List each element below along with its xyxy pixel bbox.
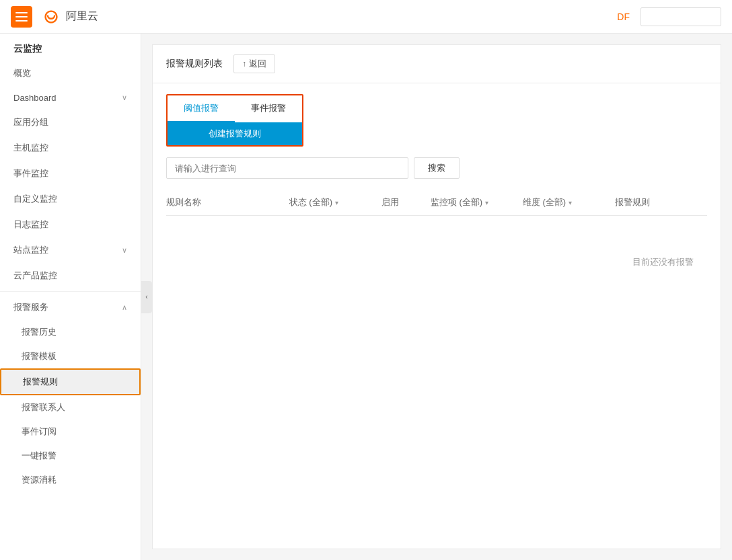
col-header-monitor: 监控项 (全部) ▾	[431, 196, 523, 208]
chevron-up-icon: ∧	[122, 303, 127, 312]
create-rule-button[interactable]: 创建报警规则	[168, 122, 302, 145]
sidebar-item-site-monitor[interactable]: 站点监控 ∨	[0, 237, 141, 263]
chevron-left-icon: ‹	[145, 293, 147, 301]
search-input[interactable]	[166, 157, 408, 179]
tab-threshold[interactable]: 阈值报警	[168, 95, 235, 122]
sidebar-sub-item-alert-history[interactable]: 报警历史	[0, 320, 141, 344]
menu-button[interactable]	[11, 6, 32, 28]
sidebar-sub-item-one-click-alert[interactable]: 一键报警	[0, 444, 141, 468]
sidebar-item-custom-monitor[interactable]: 自定义监控	[0, 186, 141, 212]
sidebar-sub-item-alert-rule[interactable]: 报警规则	[0, 368, 141, 395]
tab-create-group: 阈值报警 事件报警 创建报警规则	[166, 94, 303, 147]
tab-event[interactable]: 事件报警	[235, 95, 302, 122]
sidebar-sub-item-event-subscription[interactable]: 事件订阅	[0, 419, 141, 444]
logo-text: 阿里云	[66, 9, 98, 24]
header-right: DF	[617, 7, 721, 26]
chevron-down-icon: ∨	[122, 93, 127, 102]
tabs-create-area: 阈值报警 事件报警 创建报警规则	[153, 83, 721, 147]
sidebar-item-event-monitor[interactable]: 事件监控	[0, 161, 141, 186]
sidebar-sub-item-resource-consumption[interactable]: 资源消耗	[0, 468, 141, 492]
sidebar-divider	[0, 291, 141, 292]
layout: 云监控 概览 Dashboard ∨ 应用分组 主机监控 事件监控 自定义监控 …	[0, 34, 732, 560]
content-wrapper: 报警规则列表 ↑ 返回 阈值报警 事件报警 创建报警规则	[152, 44, 721, 549]
header: 阿里云 DF	[0, 0, 732, 34]
sidebar: 云监控 概览 Dashboard ∨ 应用分组 主机监控 事件监控 自定义监控 …	[0, 34, 141, 560]
col-header-status: 状态 (全部) ▾	[289, 196, 381, 208]
sidebar-item-log-monitor[interactable]: 日志监控	[0, 212, 141, 237]
sidebar-item-host-monitor[interactable]: 主机监控	[0, 135, 141, 161]
page-header: 报警规则列表 ↑ 返回	[153, 45, 721, 83]
sidebar-item-dashboard[interactable]: Dashboard ∨	[0, 86, 141, 110]
col-header-enabled: 启用	[381, 196, 431, 208]
table-header: 规则名称 状态 (全部) ▾ 启用 监控项 (全部) ▾ 维度 (全部) ▾ 报…	[166, 190, 707, 216]
main-content: 报警规则列表 ↑ 返回 阈值报警 事件报警 创建报警规则	[141, 34, 732, 560]
sidebar-item-overview[interactable]: 概览	[0, 61, 141, 86]
sidebar-sub-item-alert-contact[interactable]: 报警联系人	[0, 395, 141, 419]
status-dropdown-icon[interactable]: ▾	[335, 199, 338, 206]
arrow-up-icon: ↑	[242, 59, 246, 69]
sidebar-section-title: 云监控	[0, 34, 141, 61]
col-header-dimension: 维度 (全部) ▾	[523, 196, 615, 208]
col-header-name: 规则名称	[166, 196, 289, 208]
sidebar-item-app-group[interactable]: 应用分组	[0, 110, 141, 135]
header-search-input[interactable]	[640, 7, 721, 26]
table-area: 规则名称 状态 (全部) ▾ 启用 监控项 (全部) ▾ 维度 (全部) ▾ 报…	[153, 190, 721, 309]
search-button[interactable]: 搜索	[414, 157, 460, 179]
col-header-rule: 报警规则	[615, 196, 707, 208]
svg-rect-0	[40, 6, 62, 28]
back-button[interactable]: ↑ 返回	[233, 54, 275, 73]
sidebar-collapse-handle[interactable]: ‹	[141, 281, 152, 313]
sidebar-sub-item-alert-template[interactable]: 报警模板	[0, 344, 141, 368]
chevron-down-icon: ∨	[122, 246, 127, 255]
user-initial[interactable]: DF	[617, 11, 630, 22]
search-area: 搜索	[153, 147, 721, 190]
tabs-row: 阈值报警 事件报警	[168, 95, 302, 122]
page-title: 报警规则列表	[166, 58, 223, 70]
sidebar-item-alert-service[interactable]: 报警服务 ∧	[0, 294, 141, 320]
dimension-dropdown-icon[interactable]: ▾	[569, 199, 572, 206]
logo: 阿里云	[40, 6, 98, 28]
sidebar-item-cloud-product[interactable]: 云产品监控	[0, 263, 141, 288]
monitor-dropdown-icon[interactable]: ▾	[485, 199, 488, 206]
empty-message: 目前还没有报警	[166, 216, 707, 309]
aliyun-logo-icon	[40, 6, 62, 28]
